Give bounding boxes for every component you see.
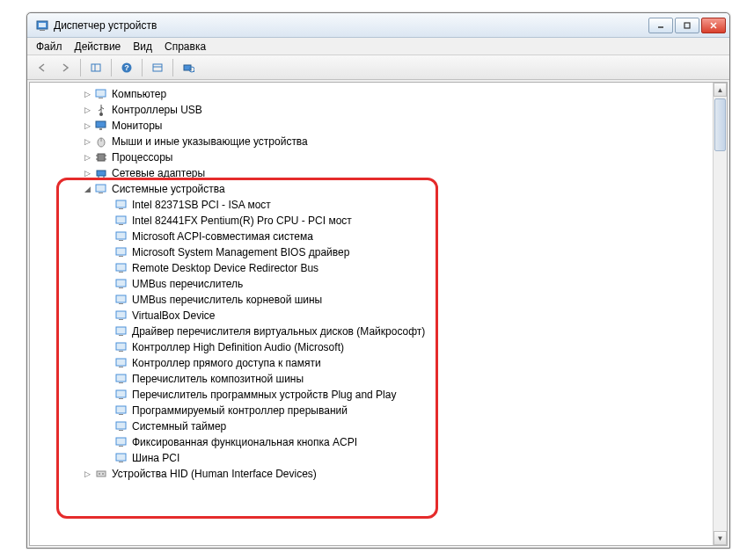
svg-rect-16	[96, 90, 106, 97]
device-label: UMBus перечислитель корневой шины	[132, 292, 322, 308]
network-icon	[94, 166, 108, 180]
device-label: Intel 82441FX Pentium(R) Pro CPU - PCI м…	[132, 213, 352, 229]
menu-action[interactable]: Действие	[75, 40, 121, 53]
svg-rect-19	[96, 121, 106, 127]
tree-category[interactable]: ▷ Мыши и иные указывающие устройства	[30, 134, 713, 149]
menu-view[interactable]: Вид	[133, 40, 152, 53]
scroll-up-arrow[interactable]: ▲	[714, 83, 727, 97]
svg-rect-40	[119, 256, 123, 257]
tree-device-item[interactable]: Intel 82441FX Pentium(R) Pro CPU - PCI м…	[30, 213, 713, 229]
back-button[interactable]	[33, 58, 52, 77]
minimize-button[interactable]	[648, 18, 673, 33]
svg-rect-52	[119, 351, 123, 352]
svg-text:?: ?	[124, 63, 129, 72]
svg-rect-35	[116, 216, 126, 223]
expander-collapsed-icon[interactable]: ▷	[83, 469, 92, 479]
svg-rect-7	[92, 64, 100, 71]
tree-device-item[interactable]: UMBus перечислитель корневой шины	[30, 292, 713, 308]
system-device-icon	[114, 214, 128, 228]
tree-device-item[interactable]: Перечислитель программных устройств Plug…	[30, 387, 713, 403]
svg-rect-2	[40, 30, 45, 31]
svg-rect-66	[119, 462, 123, 462]
tree-category[interactable]: ▷ Контроллеры USB	[30, 102, 713, 118]
tree-category[interactable]: ▷ Процессоры	[30, 149, 713, 165]
tree-device-item[interactable]: Программируемый контроллер прерываний	[30, 403, 713, 418]
svg-rect-49	[116, 327, 126, 334]
maximize-button[interactable]	[675, 18, 699, 33]
device-label: Драйвер перечислителя виртуальных дисков…	[132, 324, 425, 339]
show-hide-console-button[interactable]	[86, 58, 106, 77]
category-label: Контроллеры USB	[112, 102, 202, 118]
device-label: Программируемый контроллер прерываний	[132, 403, 348, 418]
expander-expanded-icon[interactable]: ◢	[83, 185, 92, 194]
svg-rect-37	[116, 232, 126, 239]
tree-device-item[interactable]: Microsoft ACPI-совместимая система	[30, 229, 713, 244]
svg-rect-11	[153, 64, 162, 71]
tree-device-item[interactable]: Контроллер High Definition Audio (Micros…	[30, 339, 713, 355]
expander-collapsed-icon[interactable]: ▷	[83, 169, 92, 178]
device-label: Microsoft ACPI-совместимая система	[132, 229, 313, 244]
svg-rect-50	[119, 335, 123, 336]
tree-category[interactable]: ▷ Компьютер	[30, 86, 713, 102]
category-label: Процессоры	[112, 149, 173, 165]
tree-device-item[interactable]: Intel 82371SB PCI - ISA мост	[30, 197, 713, 213]
tree-device-item[interactable]: Драйвер перечислителя виртуальных дисков…	[30, 324, 713, 339]
device-tree[interactable]: ▷ Компьютер ▷ Контроллеры USB ▷ Мониторы…	[30, 83, 713, 545]
tree-device-item[interactable]: Перечислитель композитной шины	[30, 371, 713, 387]
tree-device-item[interactable]: Remote Desktop Device Redirector Bus	[30, 260, 713, 276]
system-device-icon	[114, 340, 128, 354]
system-device-icon	[114, 277, 128, 291]
svg-rect-42	[119, 272, 123, 273]
svg-line-15	[194, 71, 194, 72]
svg-rect-51	[116, 343, 126, 350]
svg-rect-65	[116, 454, 126, 461]
device-label: Фиксированная функциональная кнопка ACPI	[132, 434, 357, 450]
scroll-thumb[interactable]	[714, 98, 726, 151]
tree-device-item[interactable]: UMBus перечислитель	[30, 276, 713, 292]
help-button[interactable]: ?	[117, 58, 136, 77]
system-device-icon	[114, 388, 128, 402]
svg-rect-1	[39, 23, 46, 27]
tree-device-item[interactable]: Контроллер прямого доступа к памяти	[30, 355, 713, 371]
system-device-icon	[114, 245, 128, 259]
svg-rect-28	[97, 171, 106, 176]
scroll-down-arrow[interactable]: ▼	[714, 531, 727, 545]
tree-category[interactable]: ▷ Мониторы	[30, 118, 713, 134]
tree-device-item[interactable]: Microsoft System Management BIOS драйвер	[30, 244, 713, 260]
tree-category-hid[interactable]: ▷ Устройства HID (Human Interface Device…	[30, 466, 713, 482]
tree-device-item[interactable]: Системный таймер	[30, 418, 713, 434]
expander-collapsed-icon[interactable]: ▷	[83, 153, 92, 163]
tree-device-item[interactable]: Фиксированная функциональная кнопка ACPI	[30, 434, 713, 450]
category-label: Компьютер	[112, 86, 166, 102]
tree-device-item[interactable]: VirtualBox Device	[30, 308, 713, 324]
svg-rect-48	[119, 319, 123, 320]
svg-rect-58	[119, 398, 123, 399]
expander-collapsed-icon[interactable]: ▷	[83, 137, 92, 147]
title-bar[interactable]: Диспетчер устройств	[27, 13, 729, 38]
menu-help[interactable]: Справка	[165, 40, 206, 53]
svg-rect-64	[119, 446, 123, 447]
device-label: Перечислитель программных устройств Plug…	[132, 387, 396, 403]
tree-category[interactable]: ▷ Сетевые адаптеры	[30, 165, 713, 181]
system-device-icon	[114, 229, 128, 244]
device-label: Контроллер прямого доступа к памяти	[132, 355, 321, 371]
tree-device-item[interactable]: Шина PCI	[30, 450, 713, 466]
vertical-scrollbar[interactable]: ▲ ▼	[713, 83, 727, 545]
scan-hardware-button[interactable]	[179, 58, 198, 77]
properties-button[interactable]	[148, 58, 167, 77]
menu-file[interactable]: Файл	[36, 40, 62, 53]
svg-rect-57	[116, 390, 126, 397]
close-button[interactable]	[701, 18, 726, 33]
svg-point-18	[99, 113, 103, 116]
tree-category-system-devices[interactable]: ◢ Системные устройства	[30, 181, 713, 197]
device-label: UMBus перечислитель	[132, 276, 243, 292]
expander-collapsed-icon[interactable]: ▷	[83, 105, 92, 115]
svg-rect-36	[119, 224, 123, 225]
device-label: Контроллер High Definition Audio (Micros…	[132, 339, 344, 355]
mouse-icon	[94, 135, 108, 149]
svg-rect-31	[96, 185, 106, 192]
system-device-icon	[114, 198, 128, 212]
expander-collapsed-icon[interactable]: ▷	[83, 90, 92, 99]
forward-button[interactable]	[55, 58, 75, 77]
expander-collapsed-icon[interactable]: ▷	[83, 121, 92, 131]
